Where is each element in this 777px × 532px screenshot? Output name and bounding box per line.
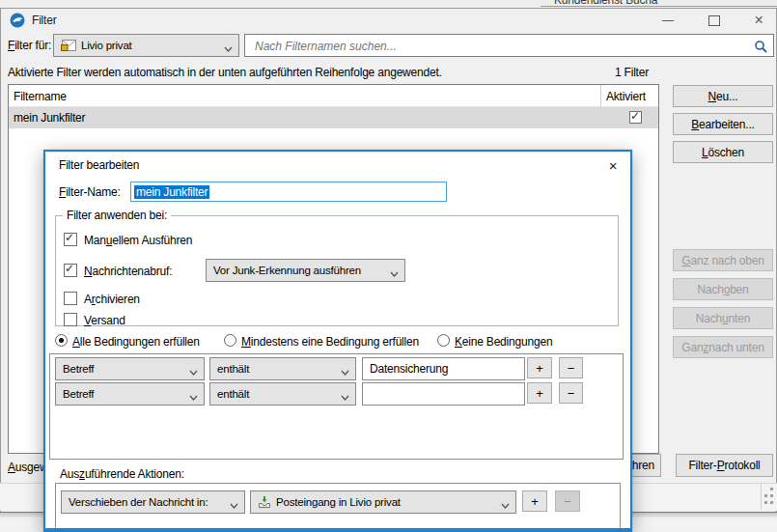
sending-label: Versand	[84, 314, 125, 327]
action-type-select[interactable]: Verschieben der Nachricht in:	[61, 490, 245, 514]
retrieval-checkbox[interactable]	[64, 264, 77, 277]
search-icon	[754, 40, 767, 56]
edit-filter-dialog: Filter bearbeiten × Filter-Name: mein Ju…	[43, 150, 632, 532]
match-none-label: Keine Bedingungen	[455, 335, 552, 349]
move-bottom-button[interactable]: Ganz nach unten	[673, 336, 773, 358]
condition-field-select[interactable]: Betreff	[55, 357, 205, 380]
delete-button[interactable]: Löschen	[673, 141, 773, 163]
match-none-radio[interactable]	[437, 334, 450, 347]
retrieval-timing-value: Vor Junk-Erkennung ausführen	[213, 265, 361, 276]
account-select[interactable]: Livio privat	[53, 34, 239, 57]
condition-operator-value: enthält	[217, 363, 249, 375]
match-all-label: Alle Bedingungen erfüllen	[72, 335, 200, 349]
archiving-label: Archivieren	[84, 293, 140, 306]
sending-checkbox[interactable]	[64, 313, 77, 326]
manual-run-label: Manuellem Ausführen	[84, 234, 192, 247]
info-text: Aktivierte Filter werden automatisch in …	[8, 66, 442, 79]
minimize-button[interactable]: —	[652, 10, 683, 31]
condition-field-select[interactable]: Betreff	[55, 382, 205, 406]
window-title: Filter	[32, 14, 56, 27]
search-input[interactable]	[253, 37, 749, 56]
remove-action-button[interactable]: −	[555, 490, 580, 512]
condition-value-input[interactable]	[362, 382, 525, 406]
add-condition-button[interactable]: +	[527, 382, 552, 404]
close-button[interactable]: ×	[743, 10, 774, 31]
add-action-button[interactable]: +	[522, 490, 547, 512]
chevron-down-icon	[189, 366, 198, 378]
chevron-down-icon	[501, 499, 510, 511]
filter-search-box[interactable]	[244, 34, 774, 57]
filter-name-label: Filter-Name:	[59, 185, 121, 199]
inbox-icon	[258, 495, 271, 509]
match-any-label: Mindestens eine Bedingung erfüllen	[241, 335, 419, 349]
condition-operator-select[interactable]: enthält	[209, 357, 356, 380]
close-icon: ×	[754, 12, 763, 29]
move-down-button[interactable]: Nach unten	[673, 307, 773, 329]
edit-button[interactable]: Bearbeiten...	[673, 113, 773, 135]
retrieval-timing-select[interactable]: Vor Junk-Erkennung ausführen	[206, 259, 405, 282]
background-window-edge	[541, 6, 777, 7]
condition-operator-select[interactable]: enthält	[209, 382, 356, 406]
actions-label: Auszuführende Aktionen:	[60, 467, 184, 481]
filter-log-button[interactable]: Filter-Protokoll	[676, 454, 773, 477]
move-up-button[interactable]: Nach oben	[673, 278, 773, 300]
filter-row[interactable]: mein Junkfilter	[9, 107, 658, 128]
retrieval-label: Nachrichtenabruf:	[84, 265, 172, 278]
maximize-icon	[708, 15, 720, 26]
chevron-down-icon	[224, 42, 233, 54]
move-top-button[interactable]: Ganz nach oben	[673, 249, 773, 271]
condition-field-value: Betreff	[63, 388, 94, 400]
thunderbird-icon	[10, 13, 25, 31]
match-any-radio[interactable]	[224, 334, 236, 347]
new-button[interactable]: Neu...	[673, 85, 773, 107]
chevron-down-icon	[341, 366, 349, 378]
filter-count: 1 Filter	[574, 66, 649, 79]
condition-operator-value: enthält	[217, 388, 249, 400]
mail-account-icon	[61, 40, 76, 51]
maximize-button[interactable]	[699, 10, 730, 31]
action-target-folder-select[interactable]: Posteingang in Livio privat	[250, 490, 516, 514]
account-select-value: Livio privat	[81, 40, 132, 51]
action-target-value: Posteingang in Livio privat	[276, 496, 401, 508]
filter-name-input[interactable]: mein Junkfilter	[130, 182, 447, 202]
action-type-value: Verschieben der Nachricht in:	[69, 496, 208, 508]
add-condition-button[interactable]: +	[527, 357, 552, 378]
minimize-icon: —	[662, 14, 674, 27]
remove-condition-button[interactable]: −	[559, 357, 583, 378]
chevron-down-icon	[390, 267, 399, 279]
column-header-filtername[interactable]: Filtername	[14, 90, 67, 103]
dialog-title: Filter bearbeiten	[59, 158, 139, 172]
match-all-radio[interactable]	[55, 334, 68, 347]
screen: Kundendienst Bucha Filter — × Filter für…	[0, 0, 777, 532]
archiving-checkbox[interactable]	[64, 292, 77, 305]
apply-filters-label-fragment: Ausgew	[8, 461, 48, 474]
condition-field-value: Betreff	[63, 363, 94, 375]
filter-row-name: mein Junkfilter	[9, 111, 85, 125]
condition-value-input[interactable]: Datensicherung	[362, 357, 525, 380]
filter-for-label: Filter für:	[8, 39, 51, 52]
remove-condition-button[interactable]: −	[559, 382, 583, 404]
chevron-down-icon	[230, 499, 238, 511]
dialog-close-button[interactable]: ×	[603, 156, 623, 174]
resize-grip-icon[interactable]	[762, 487, 775, 511]
filter-name-value: mein Junkfilter	[134, 185, 209, 199]
condition-value-text: Datensicherung	[370, 362, 448, 376]
close-icon: ×	[609, 157, 618, 174]
filter-enabled-checkbox[interactable]	[629, 111, 642, 124]
manual-run-checkbox[interactable]	[64, 233, 77, 246]
apply-when-legend: Filter anwenden bei:	[63, 209, 171, 222]
column-header-aktiviert[interactable]: Aktiviert	[606, 90, 646, 103]
column-separator	[600, 85, 601, 106]
chevron-down-icon	[189, 391, 198, 403]
chevron-down-icon	[341, 391, 349, 403]
